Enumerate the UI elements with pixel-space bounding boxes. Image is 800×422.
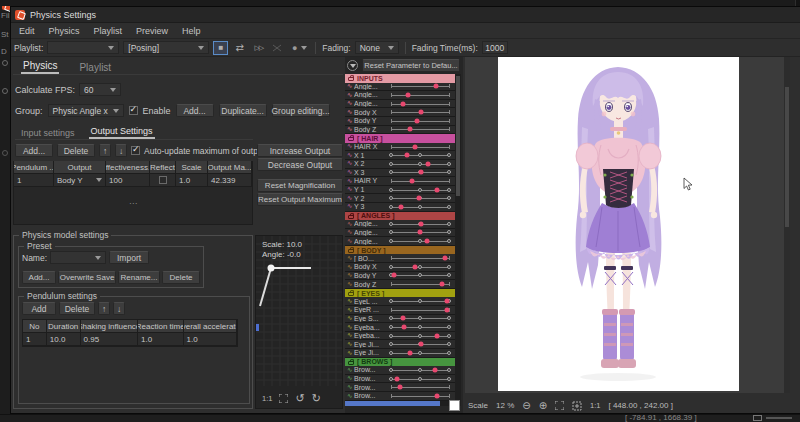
undo-icon[interactable]: ↺ <box>295 392 304 405</box>
move-up-button[interactable]: ↑ <box>99 144 111 157</box>
cell-reflect[interactable] <box>150 174 176 187</box>
preset-import-button[interactable]: Import <box>109 251 149 264</box>
group-add-button[interactable]: Add... <box>176 104 214 117</box>
parameter-slider[interactable] <box>391 366 449 374</box>
parameter-slider[interactable] <box>391 375 449 383</box>
canvas-ratio-button[interactable]: 1:1 <box>590 401 600 410</box>
cell-duration[interactable]: 10.0 <box>47 333 81 346</box>
menu-edit[interactable]: Edit <box>19 26 35 36</box>
parameter-row[interactable]: ∿Body X <box>345 108 455 117</box>
parameter-row[interactable]: ∿Brow... <box>345 383 455 392</box>
parameter-slider[interactable] <box>391 280 449 288</box>
col-header[interactable]: Output <box>54 161 106 174</box>
parameter-slider[interactable] <box>391 237 449 245</box>
col-header[interactable]: Reflect <box>150 161 176 174</box>
frame-icon[interactable] <box>572 401 582 411</box>
parameter-slider[interactable] <box>391 177 449 185</box>
reset-magnification-button[interactable]: Reset Magnification <box>257 179 343 192</box>
parameter-row[interactable]: ∿X 3 <box>345 169 455 178</box>
canvas-scale-value[interactable]: 12 % <box>496 401 514 410</box>
parameter-slider[interactable] <box>391 108 449 116</box>
fit-view-icon[interactable] <box>555 401 564 410</box>
table-resize-handle[interactable]: ⋯ <box>14 187 252 221</box>
dialog-titlebar[interactable]: Physics Settings <box>11 7 800 23</box>
parameter-row[interactable]: ∿Eye Ji... <box>345 349 455 358</box>
col-header[interactable]: Reaction time <box>138 320 184 333</box>
preset-delete-button[interactable]: Delete <box>162 271 200 284</box>
parameter-row[interactable]: ∿Angle... <box>345 83 455 92</box>
fading-select[interactable]: None <box>355 41 399 54</box>
parameter-slider[interactable] <box>391 263 449 271</box>
loop-button[interactable]: ⇄ <box>232 41 247 55</box>
scrollbar-thumb[interactable] <box>345 401 440 406</box>
playlist-select[interactable] <box>47 41 119 54</box>
parameter-row[interactable]: ∿Y 3 <box>345 203 455 212</box>
background-tool-icon[interactable] <box>2 88 8 94</box>
parameter-row[interactable]: ∿Body Z <box>345 280 455 289</box>
background-toolbar-fragment-2[interactable]: D <box>1 47 7 56</box>
auto-update-checkbox[interactable] <box>131 146 140 155</box>
background-toolbar-fragment[interactable]: St <box>1 30 9 39</box>
parameter-slider[interactable] <box>391 194 449 202</box>
preset-name-select[interactable] <box>50 251 106 264</box>
pendulum-add-button[interactable]: Add <box>22 302 56 315</box>
redo-icon[interactable]: ↻ <box>312 392 321 405</box>
parameter-row[interactable]: ∿Angle... <box>345 237 455 246</box>
parameter-slider[interactable] <box>391 297 449 305</box>
parameter-row[interactable]: ∿Brow... <box>345 366 455 375</box>
parameter-row[interactable]: ∿X 1 <box>345 151 455 160</box>
preset-add-button[interactable]: Add... <box>22 271 56 284</box>
cell-output-select[interactable]: Body Y <box>54 174 106 187</box>
parameter-slider[interactable] <box>391 272 449 280</box>
parameter-row[interactable]: ∿HAIR Y <box>345 177 455 186</box>
pendulum-up-button[interactable]: ↑ <box>98 302 110 315</box>
col-header[interactable]: No <box>23 320 47 333</box>
canvas-scrollbar[interactable] <box>784 57 790 393</box>
reflect-checkbox[interactable] <box>159 176 167 184</box>
cell-scale[interactable]: 1.0 <box>176 174 208 187</box>
parameter-slider[interactable] <box>391 203 449 211</box>
menu-physics[interactable]: Physics <box>49 26 80 36</box>
parameter-row[interactable]: ∿Body Y <box>345 272 455 281</box>
shuffle-button[interactable] <box>270 41 285 55</box>
parameter-slider[interactable] <box>391 160 449 168</box>
parameter-row[interactable]: ∿Y 1 <box>345 186 455 195</box>
parameter-slider[interactable] <box>391 323 449 331</box>
pendulum-table-row[interactable]: 1 10.0 0.95 1.0 1.0 <box>23 333 237 346</box>
parameter-row[interactable]: ∿[ BO... <box>345 254 455 263</box>
parameter-row[interactable]: ∿Brow... <box>345 375 455 384</box>
parameter-row[interactable]: ∿HAIR X <box>345 143 455 152</box>
background-menu-fragment[interactable]: Fil <box>1 11 9 20</box>
menu-preview[interactable]: Preview <box>136 26 168 36</box>
increase-output-button[interactable]: Increase Output <box>257 144 343 157</box>
parameter-row[interactable]: ∿Angle... <box>345 100 455 109</box>
parameter-slider[interactable] <box>391 83 449 91</box>
parameter-row[interactable]: ∿EyeR ... <box>345 306 455 315</box>
parameter-row[interactable]: ∿Body Z <box>345 126 455 135</box>
col-header[interactable]: Output Ma... <box>208 161 252 174</box>
preset-rename-button[interactable]: Rename... <box>118 271 160 284</box>
parameter-group-header[interactable]: [ BODY ] <box>345 246 455 255</box>
zoom-out-icon[interactable]: ⊖ <box>522 400 530 411</box>
parameter-slider[interactable] <box>391 151 449 159</box>
parameter-slider[interactable] <box>391 169 449 177</box>
parameter-slider[interactable] <box>391 91 449 99</box>
background-tool-icon[interactable] <box>2 150 8 156</box>
fading-time-input[interactable]: 1000 <box>482 41 508 54</box>
background-tool-icon[interactable] <box>2 60 8 66</box>
parameter-slider[interactable] <box>391 392 449 400</box>
parameter-slider[interactable] <box>391 315 449 323</box>
parameter-group-header[interactable]: [ BROWS ] <box>345 358 455 367</box>
col-header[interactable]: Duration <box>47 320 81 333</box>
tab-output-settings[interactable]: Output Settings <box>89 125 155 139</box>
group-duplicate-button[interactable]: Duplicate... <box>219 104 267 117</box>
menu-help[interactable]: Help <box>182 26 201 36</box>
parameter-row[interactable]: ∿Body Y <box>345 117 455 126</box>
parameter-slider[interactable] <box>391 126 449 134</box>
group-select[interactable]: Physic Angle x <box>48 104 124 117</box>
pendulum-delete-button[interactable]: Delete <box>59 302 95 315</box>
tab-input-settings[interactable]: Input settings <box>19 127 77 139</box>
parameter-hscrollbar[interactable] <box>345 401 455 406</box>
scrollbar-thumb[interactable] <box>456 76 460 196</box>
parameter-list-scrollbar[interactable] <box>455 74 461 406</box>
